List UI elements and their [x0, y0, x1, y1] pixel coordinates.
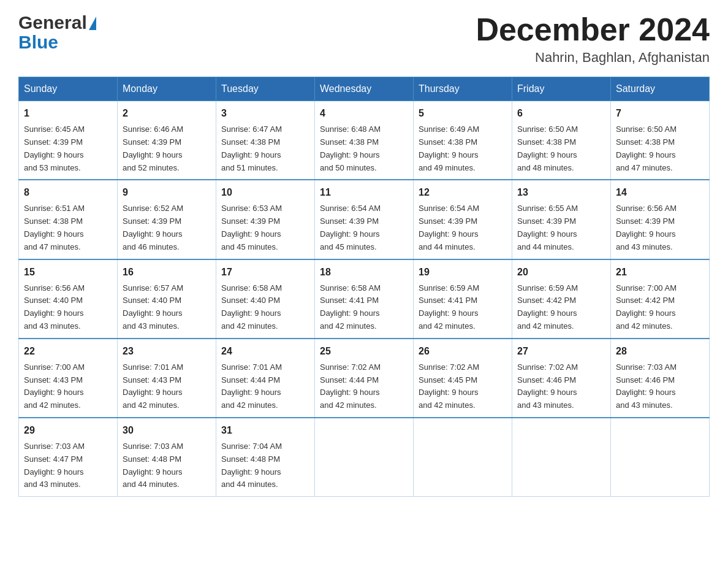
day-info: Sunrise: 6:50 AMSunset: 4:38 PMDaylight:… [517, 124, 578, 172]
calendar-header-row: Sunday Monday Tuesday Wednesday Thursday… [19, 77, 710, 101]
table-row: 22 Sunrise: 7:00 AMSunset: 4:43 PMDaylig… [19, 339, 118, 418]
table-row: 6 Sunrise: 6:50 AMSunset: 4:38 PMDayligh… [512, 101, 611, 180]
day-info: Sunrise: 6:54 AMSunset: 4:39 PMDaylight:… [320, 204, 381, 251]
day-info: Sunrise: 6:49 AMSunset: 4:38 PMDaylight:… [419, 124, 479, 172]
day-info: Sunrise: 6:57 AMSunset: 4:40 PMDaylight:… [123, 283, 183, 331]
day-number: 14 [616, 185, 704, 200]
table-row: 25 Sunrise: 7:02 AMSunset: 4:44 PMDaylig… [315, 339, 414, 418]
day-info: Sunrise: 6:58 AMSunset: 4:40 PMDaylight:… [221, 283, 282, 331]
day-info: Sunrise: 6:47 AMSunset: 4:38 PMDaylight:… [221, 124, 282, 172]
day-info: Sunrise: 7:03 AMSunset: 4:46 PMDaylight:… [616, 362, 677, 410]
day-number: 5 [419, 106, 507, 121]
day-info: Sunrise: 6:45 AMSunset: 4:39 PMDaylight:… [24, 124, 85, 172]
day-info: Sunrise: 6:56 AMSunset: 4:40 PMDaylight:… [24, 283, 85, 331]
day-number: 24 [221, 344, 309, 359]
col-header-monday: Monday [118, 77, 216, 101]
table-row: 1 Sunrise: 6:45 AMSunset: 4:39 PMDayligh… [19, 101, 118, 180]
day-number: 29 [24, 423, 112, 438]
day-number: 6 [517, 106, 605, 121]
col-header-sunday: Sunday [19, 77, 118, 101]
day-info: Sunrise: 6:46 AMSunset: 4:39 PMDaylight:… [123, 124, 183, 172]
table-row: 20 Sunrise: 6:59 AMSunset: 4:42 PMDaylig… [512, 259, 611, 339]
table-row: 2 Sunrise: 6:46 AMSunset: 4:39 PMDayligh… [118, 101, 216, 180]
day-info: Sunrise: 7:02 AMSunset: 4:46 PMDaylight:… [517, 362, 578, 410]
table-row: 18 Sunrise: 6:58 AMSunset: 4:41 PMDaylig… [315, 259, 414, 339]
day-number: 12 [419, 185, 507, 200]
col-header-thursday: Thursday [414, 77, 512, 101]
page-header: General Blue December 2024 Nahrin, Baghl… [18, 12, 710, 66]
day-number: 13 [517, 185, 605, 200]
table-row [512, 418, 611, 497]
table-row: 4 Sunrise: 6:48 AMSunset: 4:38 PMDayligh… [315, 101, 414, 180]
day-number: 31 [221, 423, 309, 438]
day-number: 20 [517, 265, 605, 280]
day-number: 4 [320, 106, 408, 121]
table-row: 9 Sunrise: 6:52 AMSunset: 4:39 PMDayligh… [118, 180, 216, 259]
col-header-saturday: Saturday [611, 77, 710, 101]
day-info: Sunrise: 6:54 AMSunset: 4:39 PMDaylight:… [419, 204, 479, 251]
day-info: Sunrise: 6:55 AMSunset: 4:39 PMDaylight:… [517, 204, 578, 251]
table-row: 21 Sunrise: 7:00 AMSunset: 4:42 PMDaylig… [611, 259, 710, 339]
calendar-table: Sunday Monday Tuesday Wednesday Thursday… [18, 77, 710, 497]
day-info: Sunrise: 7:04 AMSunset: 4:48 PMDaylight:… [221, 442, 282, 489]
day-info: Sunrise: 6:50 AMSunset: 4:38 PMDaylight:… [616, 124, 677, 172]
table-row: 26 Sunrise: 7:02 AMSunset: 4:45 PMDaylig… [414, 339, 512, 418]
table-row: 11 Sunrise: 6:54 AMSunset: 4:39 PMDaylig… [315, 180, 414, 259]
calendar-week-row: 15 Sunrise: 6:56 AMSunset: 4:40 PMDaylig… [19, 259, 710, 339]
calendar-week-row: 8 Sunrise: 6:51 AMSunset: 4:38 PMDayligh… [19, 180, 710, 259]
day-number: 30 [123, 423, 211, 438]
table-row: 19 Sunrise: 6:59 AMSunset: 4:41 PMDaylig… [414, 259, 512, 339]
day-info: Sunrise: 6:56 AMSunset: 4:39 PMDaylight:… [616, 204, 677, 251]
table-row: 3 Sunrise: 6:47 AMSunset: 4:38 PMDayligh… [216, 101, 315, 180]
col-header-wednesday: Wednesday [315, 77, 414, 101]
day-number: 27 [517, 344, 605, 359]
table-row: 24 Sunrise: 7:01 AMSunset: 4:44 PMDaylig… [216, 339, 315, 418]
calendar-week-row: 1 Sunrise: 6:45 AMSunset: 4:39 PMDayligh… [19, 101, 710, 180]
day-number: 21 [616, 265, 704, 280]
table-row: 15 Sunrise: 6:56 AMSunset: 4:40 PMDaylig… [19, 259, 118, 339]
day-number: 3 [221, 106, 309, 121]
table-row: 12 Sunrise: 6:54 AMSunset: 4:39 PMDaylig… [414, 180, 512, 259]
day-number: 9 [123, 185, 211, 200]
table-row: 17 Sunrise: 6:58 AMSunset: 4:40 PMDaylig… [216, 259, 315, 339]
table-row: 23 Sunrise: 7:01 AMSunset: 4:43 PMDaylig… [118, 339, 216, 418]
day-info: Sunrise: 7:01 AMSunset: 4:43 PMDaylight:… [123, 362, 183, 410]
logo-general-text: General [18, 12, 87, 33]
day-info: Sunrise: 7:03 AMSunset: 4:48 PMDaylight:… [123, 442, 183, 489]
day-info: Sunrise: 7:02 AMSunset: 4:44 PMDaylight:… [320, 362, 381, 410]
table-row: 13 Sunrise: 6:55 AMSunset: 4:39 PMDaylig… [512, 180, 611, 259]
day-number: 17 [221, 265, 309, 280]
day-info: Sunrise: 7:02 AMSunset: 4:45 PMDaylight:… [419, 362, 479, 410]
day-number: 28 [616, 344, 704, 359]
day-number: 26 [419, 344, 507, 359]
day-number: 8 [24, 185, 112, 200]
day-number: 1 [24, 106, 112, 121]
day-info: Sunrise: 7:01 AMSunset: 4:44 PMDaylight:… [221, 362, 282, 410]
table-row [315, 418, 414, 497]
table-row: 28 Sunrise: 7:03 AMSunset: 4:46 PMDaylig… [611, 339, 710, 418]
day-number: 2 [123, 106, 211, 121]
day-info: Sunrise: 6:59 AMSunset: 4:42 PMDaylight:… [517, 283, 578, 331]
table-row: 27 Sunrise: 7:02 AMSunset: 4:46 PMDaylig… [512, 339, 611, 418]
table-row: 10 Sunrise: 6:53 AMSunset: 4:39 PMDaylig… [216, 180, 315, 259]
logo-blue-text: Blue [18, 33, 58, 52]
day-number: 19 [419, 265, 507, 280]
day-info: Sunrise: 6:51 AMSunset: 4:38 PMDaylight:… [24, 204, 85, 251]
day-number: 25 [320, 344, 408, 359]
logo-triangle-icon [89, 17, 96, 30]
day-number: 18 [320, 265, 408, 280]
page-subtitle: Nahrin, Baghlan, Afghanistan [476, 50, 710, 66]
table-row [611, 418, 710, 497]
table-row: 29 Sunrise: 7:03 AMSunset: 4:47 PMDaylig… [19, 418, 118, 497]
calendar-week-row: 22 Sunrise: 7:00 AMSunset: 4:43 PMDaylig… [19, 339, 710, 418]
day-info: Sunrise: 6:59 AMSunset: 4:41 PMDaylight:… [419, 283, 479, 331]
day-number: 15 [24, 265, 112, 280]
day-number: 10 [221, 185, 309, 200]
col-header-tuesday: Tuesday [216, 77, 315, 101]
calendar-week-row: 29 Sunrise: 7:03 AMSunset: 4:47 PMDaylig… [19, 418, 710, 497]
day-number: 23 [123, 344, 211, 359]
table-row [414, 418, 512, 497]
logo: General Blue [18, 12, 96, 52]
table-row: 31 Sunrise: 7:04 AMSunset: 4:48 PMDaylig… [216, 418, 315, 497]
table-row: 16 Sunrise: 6:57 AMSunset: 4:40 PMDaylig… [118, 259, 216, 339]
